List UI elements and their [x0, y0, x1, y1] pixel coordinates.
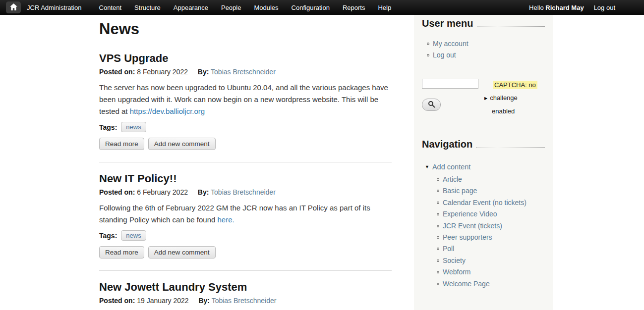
- captcha-text-line2: challenge: [490, 94, 518, 102]
- bullet-icon: [437, 283, 439, 285]
- article-links: Read more Add new comment: [99, 246, 392, 258]
- toolbar-greeting: Hello Richard May: [529, 4, 584, 11]
- author-link[interactable]: Tobias Bretschneider: [211, 188, 276, 196]
- posted-date: 19 January 2022: [137, 297, 188, 305]
- greeting-word: Hello: [529, 4, 544, 11]
- bullet-icon: [437, 259, 439, 262]
- list-item: Calendar Event (no tickets): [437, 197, 545, 208]
- nav-item-jcr-event[interactable]: JCR Event (tickets): [443, 222, 502, 230]
- toolbar-menu: Content Structure Appearance People Modu…: [93, 4, 398, 11]
- submitted-line: Posted on: 8 February 2022 By: Tobias Br…: [99, 68, 392, 76]
- bullet-icon: [437, 178, 439, 181]
- heading-dotted-line: [476, 147, 545, 148]
- list-item: Article: [437, 174, 545, 185]
- nav-item-webform[interactable]: Webform: [443, 268, 471, 276]
- tags-label: Tags:: [99, 232, 117, 240]
- body-link[interactable]: https://dev.ballioljcr.org: [130, 107, 205, 115]
- article-links: Read more Add new comment: [99, 138, 392, 150]
- nav-item-peer-supporters[interactable]: Peer supporters: [443, 233, 492, 241]
- tags-row: Tags: news: [99, 122, 392, 132]
- home-button[interactable]: [6, 1, 21, 13]
- toolbar-item-people[interactable]: People: [215, 4, 247, 11]
- bullet-icon: [437, 271, 439, 273]
- tag-news[interactable]: news: [121, 122, 146, 132]
- list-item: Welcome Page: [437, 278, 545, 290]
- read-more-button[interactable]: Read more: [99, 138, 144, 150]
- body-link[interactable]: here.: [217, 215, 234, 224]
- toolbar-item-reports[interactable]: Reports: [336, 4, 372, 11]
- posted-on-label: Posted on:: [99, 297, 135, 305]
- article-body: The server has now been upgraded to Ubun…: [99, 82, 392, 117]
- toolbar-item-configuration[interactable]: Configuration: [285, 4, 336, 11]
- toolbar-item-content[interactable]: Content: [93, 4, 128, 11]
- article-body: Following the 6th of February 2022 GM th…: [99, 202, 392, 226]
- tags-label: Tags:: [99, 123, 117, 131]
- nav-item-calendar-event[interactable]: Calendar Event (no tickets): [443, 199, 527, 207]
- posted-date: 6 February 2022: [137, 188, 188, 196]
- user-menu-list: My account Log out: [422, 38, 545, 61]
- captcha-text-line3: enabled: [492, 105, 540, 118]
- submitted-line: Posted on: 19 January 2022 By: Tobias Br…: [99, 297, 392, 305]
- article-title-link[interactable]: VPS Upgrade: [99, 52, 168, 64]
- nav-item-poll[interactable]: Poll: [443, 245, 454, 253]
- article-title-link[interactable]: New Jowett Laundry System: [99, 281, 247, 293]
- tag-news[interactable]: news: [121, 230, 146, 241]
- add-content-link[interactable]: Add content: [432, 163, 470, 171]
- article-title-link[interactable]: New IT Policy!!: [99, 172, 176, 185]
- nav-item-welcome-page[interactable]: Welcome Page: [443, 280, 490, 288]
- bullet-icon: [437, 225, 439, 227]
- user-menu-title: User menu: [422, 18, 473, 29]
- navigation-title: Navigation: [422, 139, 472, 150]
- read-more-button[interactable]: Read more: [99, 246, 144, 258]
- add-comment-button[interactable]: Add new comment: [148, 246, 216, 258]
- list-item: Log out: [427, 50, 545, 61]
- list-item: Society: [437, 255, 545, 266]
- toolbar-item-help[interactable]: Help: [371, 4, 398, 11]
- captcha-link[interactable]: CAPTCHA: no ▶challenge enabled: [484, 79, 540, 118]
- page-body: News VPS Upgrade Posted on: 8 February 2…: [0, 15, 644, 310]
- toolbar-user-area: Hello Richard May Log out: [529, 4, 638, 11]
- bullet-icon: [437, 190, 439, 192]
- toolbar-item-structure[interactable]: Structure: [128, 4, 167, 11]
- toolbar-site-label: JCR Administration: [27, 4, 82, 11]
- captcha-highlight: CAPTCHA: no: [493, 81, 537, 89]
- add-comment-button[interactable]: Add new comment: [148, 138, 216, 150]
- sidebar-link-my-account[interactable]: My account: [433, 40, 468, 48]
- bullet-icon: [427, 54, 429, 56]
- home-icon: [10, 3, 17, 12]
- list-item: My account: [427, 38, 545, 50]
- nav-item-basic-page[interactable]: Basic page: [443, 187, 477, 195]
- sidebar: User menu My account Log out: [414, 15, 553, 310]
- author-link[interactable]: Tobias Bretschneider: [211, 68, 276, 76]
- toolbar-item-appearance[interactable]: Appearance: [167, 4, 215, 11]
- bullet-icon: [437, 213, 439, 215]
- toolbar-item-modules[interactable]: Modules: [247, 4, 285, 11]
- article-separator: [99, 162, 392, 162]
- article: VPS Upgrade Posted on: 8 February 2022 B…: [99, 52, 392, 150]
- search-button[interactable]: [422, 99, 441, 111]
- toolbar-logout-link[interactable]: Log out: [594, 4, 638, 11]
- admin-toolbar: JCR Administration Content Structure App…: [0, 0, 644, 15]
- by-label: By:: [198, 297, 210, 305]
- search-icon: [428, 101, 435, 109]
- list-item: Experience Video: [437, 208, 545, 220]
- search-input[interactable]: [422, 79, 478, 89]
- article-separator: [99, 270, 392, 271]
- toolbar-username: Richard May: [545, 4, 584, 11]
- sidebar-link-log-out[interactable]: Log out: [433, 51, 456, 59]
- author-link[interactable]: Tobias Bretschneider: [212, 297, 277, 305]
- bullet-icon: [437, 236, 439, 239]
- nav-item-experience-video[interactable]: Experience Video: [443, 210, 497, 218]
- user-menu-section: User menu My account Log out: [422, 18, 545, 61]
- navigation-section: Navigation ▼Add content Article Basic pa…: [422, 139, 545, 290]
- posted-on-label: Posted on:: [99, 68, 135, 76]
- add-content-toggle[interactable]: ▼Add content: [425, 163, 545, 171]
- nav-item-article[interactable]: Article: [443, 175, 462, 183]
- main-content: News VPS Upgrade Posted on: 8 February 2…: [99, 15, 392, 310]
- article: New Jowett Laundry System Posted on: 19 …: [99, 281, 392, 305]
- bullet-icon: [437, 248, 439, 250]
- heading-dotted-line: [477, 26, 545, 27]
- page-title: News: [99, 20, 392, 38]
- nav-item-society[interactable]: Society: [443, 257, 466, 264]
- by-label: By:: [198, 68, 209, 76]
